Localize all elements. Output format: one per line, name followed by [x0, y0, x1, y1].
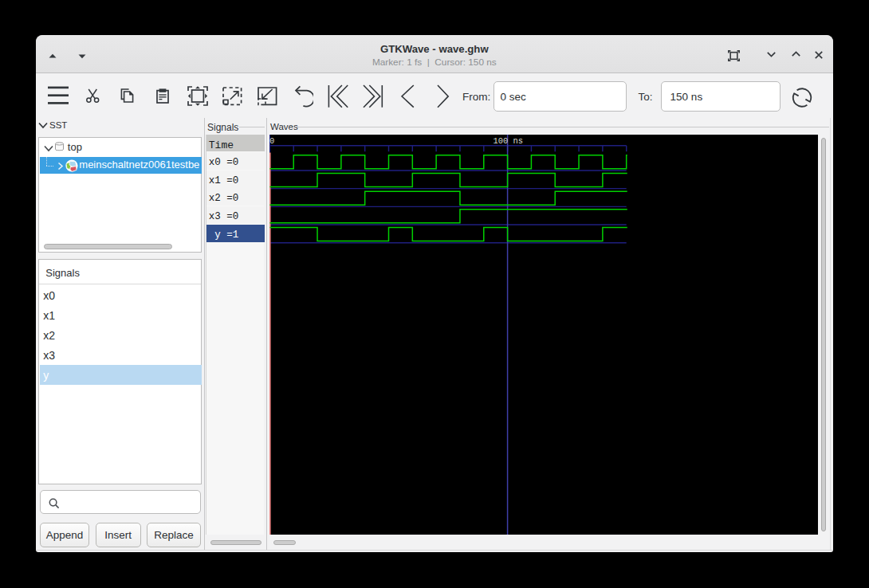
svg-text:100 ns: 100 ns	[493, 136, 523, 146]
svg-text:0: 0	[269, 136, 274, 146]
